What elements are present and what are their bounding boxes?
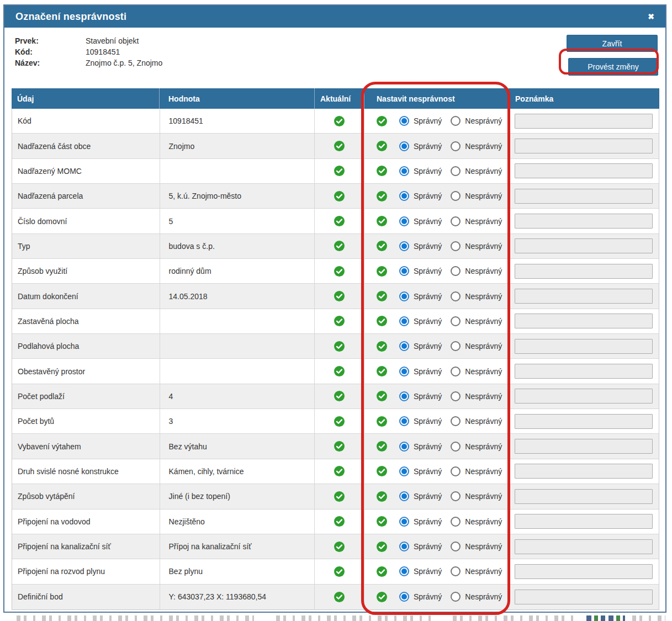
nespravny-radio[interactable] xyxy=(451,116,461,126)
oznaceni-nespravnosti-dialog: Označení nesprávnosti ✖ Prvek: Stavební … xyxy=(3,4,666,613)
spravny-radio[interactable] xyxy=(399,592,409,602)
nespravny-radio[interactable] xyxy=(451,241,461,251)
spravny-radio[interactable] xyxy=(399,191,409,201)
poznamka-input[interactable] xyxy=(515,414,653,429)
poznamka-input[interactable] xyxy=(515,139,653,153)
poznamka-input[interactable] xyxy=(515,489,653,504)
spravny-radio[interactable] xyxy=(399,166,409,176)
poznamka-input[interactable] xyxy=(515,289,653,304)
spravny-radio-label: Správný xyxy=(414,517,442,526)
cell-nastavit-nespravnost: Správný Nesprávný xyxy=(364,284,508,308)
poznamka-input[interactable] xyxy=(515,214,653,229)
poznamka-input[interactable] xyxy=(515,389,653,404)
table-row: Počet podlaží 4 Správný Nesprávný xyxy=(12,384,659,409)
nespravny-radio[interactable] xyxy=(451,517,461,527)
poznamka-input[interactable] xyxy=(515,238,653,253)
poznamka-input[interactable] xyxy=(515,464,653,479)
spravny-radio[interactable] xyxy=(399,491,409,501)
cell-nastavit-nespravnost: Správný Nesprávný xyxy=(364,585,508,609)
nespravny-radio[interactable] xyxy=(451,191,461,201)
nazev-label: Název: xyxy=(15,59,86,67)
spravny-radio[interactable] xyxy=(399,566,409,576)
nespravny-radio[interactable] xyxy=(451,266,461,276)
poznamka-input[interactable] xyxy=(515,439,653,454)
spravny-radio[interactable] xyxy=(399,216,409,226)
cell-poznamka xyxy=(507,359,659,383)
close-icon[interactable]: ✖ xyxy=(648,13,654,20)
nespravny-radio[interactable] xyxy=(451,166,461,176)
info-row-nazev: Název: Znojmo č.p. 5, Znojmo xyxy=(15,57,162,68)
poznamka-input[interactable] xyxy=(515,114,653,129)
poznamka-input[interactable] xyxy=(515,264,653,279)
check-circle-icon xyxy=(334,366,345,376)
table-row: Podlahová plocha Správný Nesprávný xyxy=(12,334,659,359)
spravny-radio[interactable] xyxy=(399,241,409,251)
nespravny-radio[interactable] xyxy=(451,316,461,326)
cell-hodnota: 5, k.ú. Znojmo-město xyxy=(160,184,315,208)
table-row: Obestavěný prostor Správný Nesprávný xyxy=(12,359,659,384)
nespravny-radio[interactable] xyxy=(451,466,461,476)
cell-aktualni xyxy=(314,559,364,583)
cell-aktualni xyxy=(314,159,364,183)
spravny-radio[interactable] xyxy=(399,517,409,527)
spravny-radio[interactable] xyxy=(399,466,409,476)
spravny-radio[interactable] xyxy=(399,291,409,301)
nespravny-radio-label: Nesprávný xyxy=(465,492,502,501)
check-circle-icon xyxy=(377,542,387,552)
spravny-radio[interactable] xyxy=(399,266,409,276)
spravny-radio-label: Správný xyxy=(414,317,442,326)
zavrit-button[interactable]: Zavřít xyxy=(567,35,658,52)
poznamka-input[interactable] xyxy=(515,364,653,379)
header-aktualni: Aktuální xyxy=(314,88,364,109)
nespravny-radio[interactable] xyxy=(451,141,461,151)
nespravny-radio[interactable] xyxy=(451,566,461,576)
spravny-radio[interactable] xyxy=(399,442,409,452)
info-row-kod: Kód: 10918451 xyxy=(15,46,162,57)
spravny-radio[interactable] xyxy=(399,416,409,426)
poznamka-input[interactable] xyxy=(515,339,653,354)
poznamka-input[interactable] xyxy=(515,590,653,604)
cell-aktualni xyxy=(314,509,364,534)
dialog-title: Označení nesprávnosti xyxy=(15,11,126,23)
poznamka-input[interactable] xyxy=(515,314,653,328)
spravny-radio[interactable] xyxy=(399,391,409,401)
nespravny-radio[interactable] xyxy=(451,341,461,351)
spravny-radio[interactable] xyxy=(399,116,409,126)
nespravny-radio[interactable] xyxy=(451,592,461,602)
nespravny-radio[interactable] xyxy=(451,491,461,501)
poznamka-input[interactable] xyxy=(515,189,653,204)
spravny-radio[interactable] xyxy=(399,316,409,326)
nespravny-radio[interactable] xyxy=(451,442,461,452)
cell-poznamka xyxy=(507,159,659,183)
spravny-radio[interactable] xyxy=(399,341,409,351)
spravny-radio[interactable] xyxy=(399,367,409,376)
cell-aktualni xyxy=(314,459,364,484)
poznamka-input[interactable] xyxy=(515,514,653,529)
header-udaj: Údaj xyxy=(12,88,159,109)
spravny-radio[interactable] xyxy=(399,141,409,151)
table-row: Nadřazený MOMC Správný Nesprávný xyxy=(12,159,659,184)
nespravny-radio-label: Nesprávný xyxy=(465,417,502,426)
nespravny-radio[interactable] xyxy=(451,416,461,426)
nespravny-radio[interactable] xyxy=(451,216,461,226)
nespravny-radio[interactable] xyxy=(451,391,461,401)
cell-aktualni xyxy=(314,534,364,559)
check-circle-icon xyxy=(377,592,387,602)
table-row: Kód 10918451 Správný Nesprávný xyxy=(12,109,659,134)
check-circle-icon xyxy=(377,366,387,376)
spravny-radio[interactable] xyxy=(399,542,409,551)
check-circle-icon xyxy=(377,516,387,527)
cell-nastavit-nespravnost: Správný Nesprávný xyxy=(364,234,508,258)
nespravny-radio[interactable] xyxy=(451,367,461,376)
poznamka-input[interactable] xyxy=(515,163,653,178)
kod-label: Kód: xyxy=(15,47,86,56)
poznamka-input[interactable] xyxy=(515,564,653,579)
cell-aktualni xyxy=(314,134,364,158)
poznamka-input[interactable] xyxy=(515,539,653,554)
screen: Označení nesprávnosti ✖ Prvek: Stavební … xyxy=(0,0,672,621)
nespravny-radio[interactable] xyxy=(451,542,461,551)
provest-zmeny-button[interactable]: Provést změny xyxy=(568,58,658,76)
cell-poznamka xyxy=(507,384,659,408)
check-circle-icon xyxy=(334,141,345,151)
nespravny-radio[interactable] xyxy=(451,291,461,301)
